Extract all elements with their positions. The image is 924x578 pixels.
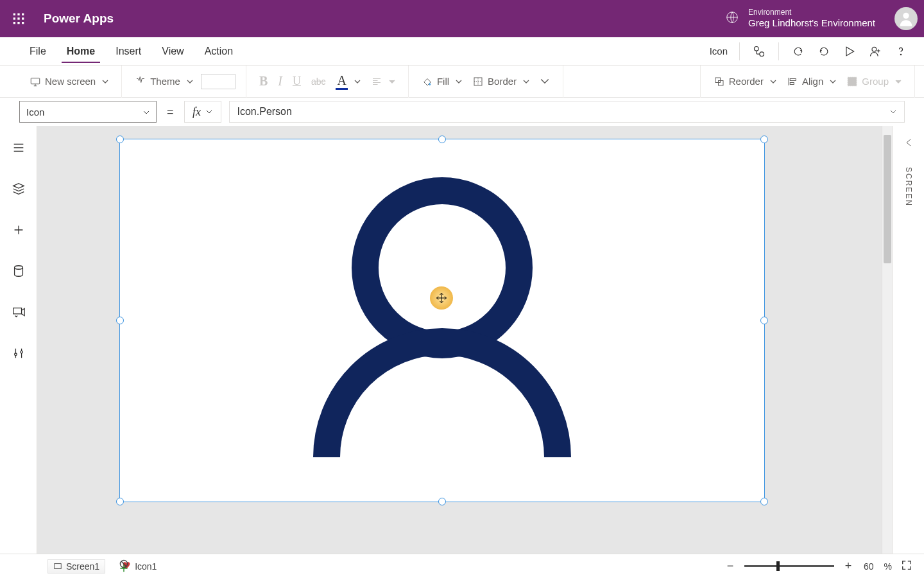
resize-handle[interactable] [760, 498, 768, 505]
tab-insert[interactable]: Insert [109, 37, 148, 66]
undo-button[interactable] [785, 40, 811, 63]
svg-point-11 [755, 46, 759, 51]
right-panel-collapsed: SCREEN [892, 126, 924, 554]
strike-button[interactable]: abc [306, 70, 331, 93]
align-button[interactable]: Align [782, 70, 841, 93]
zoom-controls: − + 60 % [724, 559, 912, 573]
svg-point-13 [872, 47, 877, 51]
selected-object-type: Icon [710, 46, 728, 57]
app-checker-button[interactable] [746, 40, 772, 63]
insert-button[interactable] [6, 218, 31, 241]
svg-rect-6 [13, 22, 15, 24]
hamburger-button[interactable] [6, 136, 31, 159]
reorder-button[interactable]: Reorder [708, 70, 782, 93]
fx-button[interactable]: fx [184, 101, 221, 123]
group-label: Group [862, 76, 889, 87]
separator [739, 42, 740, 60]
heart-icon [122, 561, 131, 572]
tab-file[interactable]: File [23, 37, 53, 66]
help-button[interactable] [888, 40, 914, 63]
selection-outline [119, 139, 765, 502]
tab-view[interactable]: View [155, 37, 190, 66]
property-name: Icon [26, 107, 44, 118]
svg-rect-19 [790, 78, 796, 80]
environment-name: Greg Lindhorst's Environment [748, 17, 875, 30]
svg-rect-18 [718, 80, 723, 85]
globe-icon [725, 10, 739, 27]
underline-button[interactable]: U [287, 70, 306, 93]
screen-icon [30, 76, 41, 87]
preview-button[interactable] [837, 40, 862, 63]
bold-button[interactable]: B [254, 70, 273, 93]
resize-handle[interactable] [116, 498, 124, 505]
app-screen-canvas[interactable] [119, 139, 765, 502]
svg-rect-7 [17, 22, 19, 24]
paint-bucket-icon [422, 76, 433, 87]
canvas-area[interactable] [37, 126, 882, 554]
data-button[interactable] [6, 259, 31, 283]
redo-button[interactable] [811, 40, 837, 63]
new-screen-button[interactable]: New screen [24, 70, 114, 93]
group-button[interactable]: Group [841, 70, 907, 93]
tab-action[interactable]: Action [198, 37, 239, 66]
theme-icon [135, 76, 146, 87]
ribbon-overflow-button[interactable] [535, 70, 555, 93]
scrollbar-thumb[interactable] [884, 135, 891, 263]
expand-panel-button[interactable] [903, 137, 914, 150]
breadcrumb-control[interactable]: Icon1 [117, 559, 162, 573]
media-button[interactable] [6, 301, 31, 324]
theme-button[interactable]: Theme [130, 70, 198, 93]
vertical-scrollbar[interactable] [882, 126, 892, 554]
share-button[interactable] [862, 40, 888, 63]
property-dropdown[interactable]: Icon [19, 101, 157, 123]
font-color-button[interactable]: A [330, 70, 365, 93]
chevron-down-icon [187, 76, 193, 87]
fill-button[interactable]: Fill [416, 70, 467, 93]
advanced-tools-button[interactable] [6, 342, 31, 365]
italic-button[interactable]: I [273, 70, 287, 93]
svg-point-27 [20, 351, 22, 353]
chevron-down-icon [523, 76, 529, 87]
waffle-button[interactable] [0, 0, 37, 37]
resize-handle[interactable] [116, 317, 124, 324]
align-left-icon [371, 76, 382, 87]
environment-picker[interactable]: Environment Greg Lindhorst's Environment [725, 8, 875, 30]
chevron-down-icon [102, 76, 108, 87]
text-align-button[interactable] [366, 70, 400, 93]
resize-handle[interactable] [760, 136, 768, 143]
svg-rect-20 [790, 82, 794, 84]
svg-rect-25 [13, 308, 21, 314]
border-button[interactable]: Border [467, 70, 535, 93]
zoom-suffix: % [884, 561, 892, 572]
resize-handle[interactable] [438, 136, 446, 143]
tree-view-button[interactable] [6, 177, 31, 200]
chevron-down-icon [389, 76, 395, 87]
resize-handle[interactable] [760, 317, 768, 324]
separator [778, 42, 779, 60]
svg-rect-0 [13, 13, 15, 15]
chevron-down-icon [895, 76, 902, 87]
svg-rect-1 [17, 13, 19, 15]
fit-to-screen-button[interactable] [901, 559, 912, 573]
svg-point-14 [900, 54, 901, 55]
app-header: Power Apps Environment Greg Lindhorst's … [0, 0, 924, 37]
zoom-slider-knob[interactable] [776, 561, 780, 571]
group-icon [846, 76, 858, 87]
resize-handle[interactable] [116, 136, 124, 143]
zoom-slider[interactable] [744, 565, 834, 567]
svg-rect-3 [13, 17, 15, 19]
breadcrumb-control-label: Icon1 [135, 561, 157, 572]
breadcrumb-screen[interactable]: Screen1 [47, 559, 105, 574]
formula-bar: Icon = fx Icon.Person [0, 98, 924, 126]
user-avatar[interactable] [894, 7, 918, 30]
tab-home[interactable]: Home [60, 37, 101, 66]
zoom-in-button[interactable]: + [842, 560, 855, 573]
resize-handle[interactable] [438, 498, 446, 505]
zoom-value: 60 [864, 561, 874, 572]
formula-expression: Icon.Person [237, 106, 292, 118]
zoom-out-button[interactable]: − [724, 560, 737, 573]
formula-input[interactable]: Icon.Person [229, 101, 905, 123]
expand-formula-icon[interactable] [890, 106, 896, 118]
chevron-down-icon [830, 76, 836, 87]
fill-swatch[interactable] [201, 74, 235, 89]
